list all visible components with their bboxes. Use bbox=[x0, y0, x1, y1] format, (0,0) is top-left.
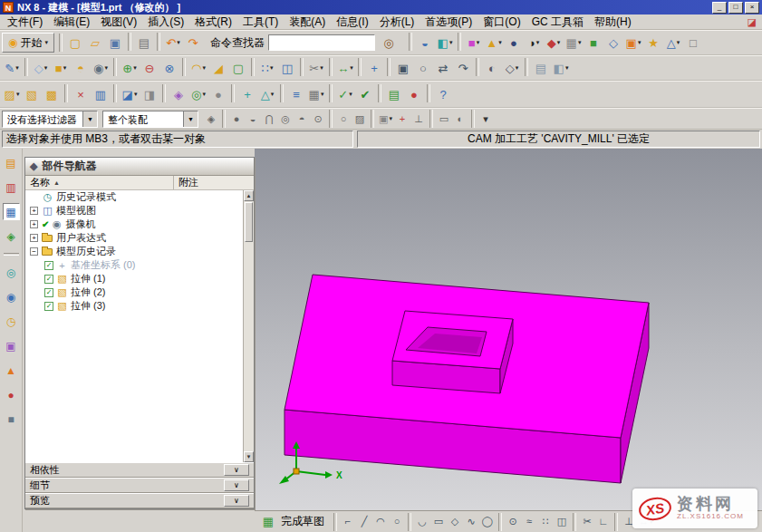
dropdown-arrow-icon[interactable]: ▾ bbox=[177, 39, 180, 46]
shell-icon[interactable]: ▢ bbox=[228, 58, 248, 78]
edit-object-display-icon[interactable]: ◈ bbox=[169, 84, 188, 104]
chevron-down-icon[interactable]: ▼ bbox=[82, 111, 97, 127]
menu-item-4[interactable]: 插入(S) bbox=[142, 15, 189, 30]
window-switch-icon[interactable]: ◪ bbox=[748, 16, 757, 28]
tool-palette-icon[interactable]: ▦▾ bbox=[306, 84, 326, 104]
shaded-mode-icon[interactable]: ◐ bbox=[482, 58, 502, 78]
rotate-view-icon[interactable]: ↷ bbox=[453, 58, 473, 78]
orange-pad-icon[interactable]: ▣▾ bbox=[623, 33, 643, 53]
maximize-button[interactable]: □ bbox=[728, 2, 743, 14]
top-level-selection-icon[interactable]: ▭ bbox=[436, 111, 452, 127]
dropdown-arrow-icon[interactable]: ▾ bbox=[578, 39, 582, 46]
menu-item-11[interactable]: 窗口(O) bbox=[477, 15, 526, 30]
trim-body-icon[interactable]: ✂▾ bbox=[306, 58, 326, 78]
history-palette-icon[interactable]: ◷ bbox=[3, 313, 20, 330]
chamfer-icon[interactable]: ◢ bbox=[208, 58, 228, 78]
mirror-feature-icon[interactable]: ◫ bbox=[277, 58, 297, 78]
green-block-icon[interactable]: ■ bbox=[584, 33, 603, 53]
reuse-library-icon[interactable]: ◈ bbox=[3, 227, 20, 245]
display-sphere-icon[interactable]: ● bbox=[504, 33, 524, 53]
manufacturing-wizard-icon[interactable]: ▲ bbox=[3, 362, 20, 379]
render-mode-icon[interactable]: ◑▾ bbox=[524, 33, 544, 53]
selection-scope-combo[interactable]: 整个装配 ▼ bbox=[102, 111, 198, 128]
more-options-icon[interactable]: ▾ bbox=[477, 111, 494, 127]
snap-quadrant-icon[interactable]: ◓ bbox=[294, 111, 310, 127]
spreadsheet-icon[interactable]: ▤ bbox=[384, 84, 404, 104]
highlight-toggle-icon[interactable]: ◐ bbox=[452, 111, 468, 127]
dropdown-arrow-icon[interactable]: ▾ bbox=[350, 64, 353, 72]
datum-plane-icon[interactable]: ◇▾ bbox=[31, 58, 51, 78]
scroll-up-icon[interactable]: ▲ bbox=[244, 190, 254, 201]
menu-item-12[interactable]: GC 工具箱 bbox=[526, 15, 589, 30]
sketch-rectangle-icon[interactable]: ▭ bbox=[430, 514, 447, 530]
pattern-curve-icon[interactable]: ∷ bbox=[537, 514, 554, 530]
scrollbar-track[interactable] bbox=[244, 243, 254, 451]
immediate-hide-icon[interactable]: ● bbox=[208, 84, 228, 104]
clip-section-icon[interactable]: ◨ bbox=[140, 84, 159, 104]
dropdown-arrow-icon[interactable]: ▾ bbox=[389, 115, 392, 122]
dropdown-arrow-icon[interactable]: ▾ bbox=[498, 39, 502, 46]
tree-row-4[interactable]: +用户表达式 bbox=[25, 231, 243, 245]
roles-icon[interactable]: ● bbox=[3, 386, 20, 403]
hd3d-tool-icon[interactable]: ◎ bbox=[3, 264, 20, 281]
start-button[interactable]: ◉ 开始 ▾ bbox=[2, 33, 54, 53]
undo-icon[interactable]: ↶▾ bbox=[163, 33, 183, 53]
ortho-tool-icon[interactable]: ⊥ bbox=[410, 111, 427, 127]
chevron-down-icon[interactable]: ▼ bbox=[183, 111, 198, 127]
assembly-cube-icon[interactable]: ◆▾ bbox=[544, 33, 564, 53]
dropdown-arrow-icon[interactable]: ▾ bbox=[536, 39, 540, 46]
make-corner-icon[interactable]: ∟ bbox=[595, 514, 612, 530]
dropdown-arrow-icon[interactable]: ▾ bbox=[516, 64, 519, 72]
tree-row-3[interactable]: +✔◉摄像机 bbox=[25, 218, 243, 231]
dropdown-arrow-icon[interactable]: ▾ bbox=[557, 39, 561, 46]
direct-sketch-icon[interactable]: ✎▾ bbox=[2, 58, 22, 78]
extrude-icon[interactable]: ■▾ bbox=[51, 58, 71, 78]
snap-existing-point-icon[interactable]: ⊙ bbox=[310, 111, 326, 127]
tree-row-8[interactable]: ✓▧拉伸 (2) bbox=[25, 285, 243, 299]
layer-settings-icon[interactable]: ▦▾ bbox=[564, 33, 584, 53]
context-help-icon[interactable]: ? bbox=[433, 84, 453, 104]
view-triangle-icon[interactable]: △▾ bbox=[663, 33, 683, 53]
examine-geometry-icon[interactable]: ✔ bbox=[355, 84, 375, 104]
menu-item-6[interactable]: 工具(T) bbox=[237, 15, 284, 30]
menu-item-1[interactable]: 文件(F) bbox=[2, 15, 48, 30]
snap-point-on-face-icon[interactable]: ▨ bbox=[352, 111, 368, 127]
tree-row-1[interactable]: ◷历史记录模式 bbox=[25, 190, 243, 204]
mirror-curve-icon[interactable]: ◫ bbox=[554, 514, 570, 530]
dropdown-arrow-icon[interactable]: ▾ bbox=[202, 91, 206, 98]
dropdown-arrow-icon[interactable]: ▾ bbox=[16, 91, 20, 98]
pattern-feature-icon[interactable]: ∷▾ bbox=[257, 58, 277, 78]
check-mate-icon[interactable]: ✓▾ bbox=[335, 84, 355, 104]
command-finder-search-icon[interactable]: ◎ bbox=[379, 33, 399, 53]
snap-toggle-icon[interactable]: ◈ bbox=[203, 111, 219, 127]
minimize-button[interactable]: _ bbox=[712, 2, 727, 14]
tree-row-5[interactable]: −模型历史记录 bbox=[25, 245, 243, 258]
snap-endpoint-icon[interactable]: ● bbox=[228, 111, 245, 127]
part-navigator-header[interactable]: ◆ 部件导航器 bbox=[25, 158, 254, 176]
pull-face-icon[interactable]: ▧ bbox=[22, 84, 42, 104]
chevron-down-icon[interactable]: ∨ bbox=[224, 479, 249, 491]
dropdown-arrow-icon[interactable]: ▾ bbox=[320, 64, 323, 72]
expression-icon[interactable]: ≡ bbox=[286, 84, 306, 104]
selection-ball-icon[interactable]: ◒ bbox=[415, 33, 435, 53]
dropdown-arrow-icon[interactable]: ▾ bbox=[638, 39, 641, 46]
panel-details[interactable]: 细节∨ bbox=[25, 478, 254, 493]
feature-checkbox[interactable]: ✓ bbox=[44, 302, 53, 311]
quick-trim-icon[interactable]: ✂ bbox=[579, 514, 595, 530]
scroll-down-icon[interactable]: ▼ bbox=[244, 451, 254, 462]
assembly-navigator-icon[interactable]: ▤ bbox=[3, 154, 20, 171]
redo-icon[interactable]: ↷ bbox=[183, 33, 203, 53]
dropdown-arrow-icon[interactable]: ▾ bbox=[63, 64, 67, 72]
dropdown-arrow-icon[interactable]: ▾ bbox=[349, 91, 352, 98]
dropdown-arrow-icon[interactable]: ▾ bbox=[565, 64, 569, 72]
section-view-icon[interactable]: ◪▾ bbox=[120, 84, 140, 104]
move-face-icon[interactable]: ▨▾ bbox=[2, 84, 22, 104]
finish-sketch-button[interactable]: ▦ bbox=[258, 512, 278, 532]
sketch-line-icon[interactable]: ╱ bbox=[356, 514, 372, 530]
constraint-navigator-icon[interactable]: ▥ bbox=[3, 179, 20, 196]
part-navigator-icon[interactable]: ▦ bbox=[3, 203, 20, 220]
panel-preview[interactable]: 预览∨ bbox=[25, 493, 254, 508]
sketch-arc-icon[interactable]: ◠ bbox=[372, 514, 389, 530]
edge-blend-icon[interactable]: ◠▾ bbox=[188, 58, 208, 78]
studio-spline-icon[interactable]: ∿ bbox=[463, 514, 479, 530]
